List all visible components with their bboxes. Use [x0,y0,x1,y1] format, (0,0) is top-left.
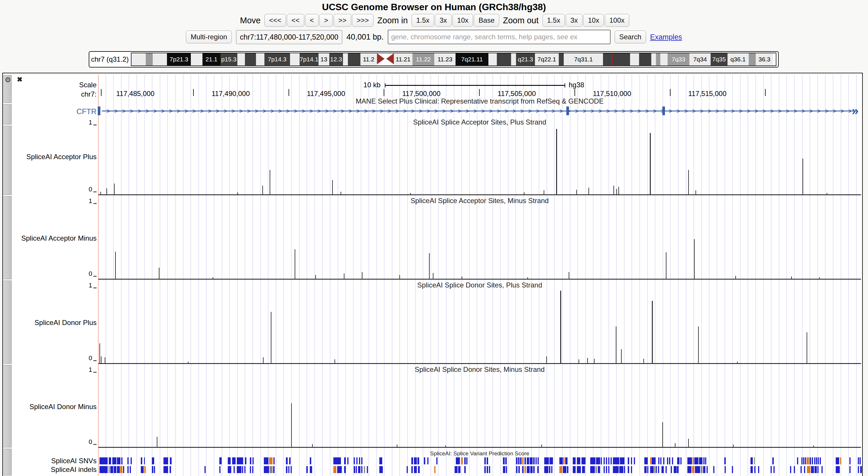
variant-tick[interactable] [289,457,290,464]
variant-tick[interactable] [286,466,287,473]
variant-tick[interactable] [650,457,651,464]
search-button[interactable]: Search [615,31,646,43]
variant-tick[interactable] [650,466,654,473]
variant-tick[interactable] [245,457,246,464]
variant-tick[interactable] [613,466,619,473]
variant-tick[interactable] [364,466,365,473]
variant-tick[interactable] [544,466,548,473]
variant-tick[interactable] [109,457,111,464]
variant-tick[interactable] [418,466,420,473]
variant-tick[interactable] [836,466,840,473]
move-button[interactable]: > [319,14,333,27]
variant-tick[interactable] [849,457,850,464]
variant-tick[interactable] [121,457,122,464]
variant-tick[interactable] [803,457,804,464]
variant-tick[interactable] [242,466,243,473]
variant-tick[interactable] [804,466,805,473]
variant-tick[interactable] [264,457,269,464]
search-input[interactable] [388,30,611,44]
variant-tick[interactable] [606,457,607,464]
variant-tick[interactable] [692,466,694,473]
variant-tick[interactable] [130,466,131,473]
variant-tick[interactable] [152,466,153,473]
variant-tick[interactable] [273,466,275,473]
variant-tick[interactable] [750,466,753,473]
variant-tick[interactable] [860,457,861,464]
variant-tick[interactable] [661,466,664,473]
variant-tick[interactable] [836,457,839,464]
variant-tick[interactable] [123,466,124,473]
variant-tick[interactable] [358,466,361,473]
move-button[interactable]: >>> [352,14,373,27]
variant-tick[interactable] [344,457,346,464]
variant-tick[interactable] [522,466,524,473]
zoom-in-button[interactable]: Base [474,14,499,27]
variant-tick[interactable] [464,466,466,473]
variant-tick[interactable] [484,457,486,464]
variant-tick[interactable] [624,466,625,473]
variant-tick[interactable] [333,457,341,464]
variant-tick[interactable] [677,466,679,473]
variant-tick[interactable] [537,457,539,464]
variant-tick[interactable] [232,457,236,464]
variant-tick[interactable] [117,457,120,464]
variant-tick[interactable] [505,457,507,464]
zoom-out-button[interactable]: 100x [605,14,629,27]
variant-tick[interactable] [674,466,677,473]
variant-tick[interactable] [620,457,624,464]
variant-tick[interactable] [628,457,629,464]
variant-tick[interactable] [658,466,659,473]
variant-tick[interactable] [773,466,775,473]
zoom-out-button[interactable]: 10x [583,14,604,27]
variant-tick[interactable] [631,466,632,473]
variant-tick[interactable] [530,466,533,473]
variant-tick[interactable] [694,457,699,464]
variant-tick[interactable] [337,466,342,473]
variant-tick[interactable] [110,466,113,473]
variant-tick[interactable] [114,466,116,473]
variant-tick[interactable] [654,466,655,473]
variant-tick[interactable] [603,457,605,464]
variant-tick[interactable] [264,466,269,473]
variant-tick[interactable] [530,457,533,464]
variant-tick[interactable] [550,457,553,464]
variant-tick[interactable] [797,457,798,464]
zoom-out-button[interactable]: 3x [566,14,582,27]
variant-tick[interactable] [790,466,791,473]
variant-tick[interactable] [252,466,253,473]
wiggle-track[interactable]: SpliceAI Splice Acceptor Sites, Minus St… [3,196,863,280]
variant-tick[interactable] [288,466,289,473]
variant-tick[interactable] [807,457,809,464]
close-icon[interactable]: ✖ [17,76,22,84]
variant-tick[interactable] [356,457,358,464]
variant-tick[interactable] [455,466,458,473]
position-box[interactable]: chr7:117,480,000-117,520,000 [236,30,342,44]
variant-tick[interactable] [695,466,700,473]
variant-tick[interactable] [533,457,535,464]
variant-tick[interactable] [840,457,841,464]
variant-tick[interactable] [772,457,774,464]
variant-tick[interactable] [754,457,755,464]
variant-tick[interactable] [771,466,772,473]
variant-tick[interactable] [520,457,522,464]
variant-tick[interactable] [667,457,668,464]
variant-tick[interactable] [127,466,129,473]
move-button[interactable]: >> [334,14,351,27]
wiggle-track[interactable]: SpliceAI Splice Donor Sites, Minus Stran… [3,365,863,449]
variant-tick[interactable] [252,457,254,464]
variant-tick[interactable] [805,457,806,464]
variant-tick[interactable] [849,466,850,473]
variant-tick[interactable] [577,457,580,464]
variant-tick[interactable] [379,466,383,473]
variant-tick[interactable] [619,466,623,473]
variant-tick[interactable] [551,466,552,473]
variant-tick[interactable] [456,457,460,464]
variant-tick[interactable] [250,466,251,473]
variant-tick[interactable] [506,466,507,473]
variant-tick[interactable] [628,466,629,473]
variant-tick[interactable] [461,457,463,464]
move-button[interactable]: < [305,14,318,27]
variant-tick[interactable] [464,457,466,464]
variant-tick[interactable] [559,466,562,473]
variant-tick[interactable] [273,457,275,464]
